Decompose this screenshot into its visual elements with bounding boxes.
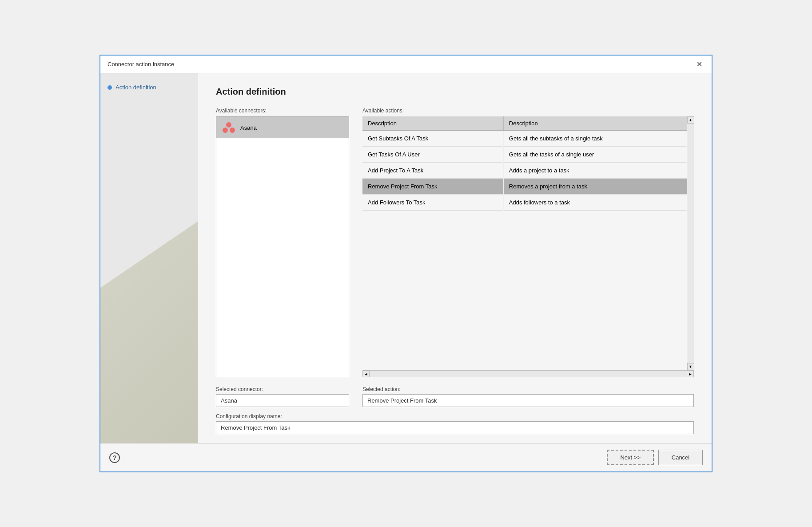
- connector-item-asana[interactable]: Asana: [216, 117, 349, 138]
- right-panel: Available actions: Description Descripti…: [362, 108, 694, 377]
- svg-point-1: [223, 128, 228, 133]
- cancel-button[interactable]: Cancel: [658, 450, 703, 465]
- action-desc: Adds a project to a task: [503, 163, 687, 179]
- action-desc: Gets all the tasks of a single user: [503, 147, 687, 163]
- action-desc: Adds followers to a task: [503, 195, 687, 211]
- dialog-footer: ? Next >> Cancel: [100, 443, 712, 471]
- selected-action-label: Selected action:: [362, 386, 694, 392]
- actions-table: Description Description Get Subtasks Of …: [362, 116, 687, 211]
- config-display-name-input[interactable]: [216, 421, 694, 434]
- next-button[interactable]: Next >>: [607, 450, 654, 465]
- scroll-up-arrow[interactable]: ▲: [687, 116, 694, 124]
- sidebar-item-label: Action definition: [115, 84, 156, 91]
- table-body: Get Subtasks Of A Task Gets all the subt…: [362, 131, 687, 211]
- dialog-window: Connector action instance ✕ Action defin…: [100, 55, 712, 472]
- table-row[interactable]: Add Followers To Task Adds followers to …: [362, 195, 687, 211]
- action-name: Remove Project From Task: [362, 179, 503, 195]
- selected-action-input[interactable]: [362, 394, 694, 407]
- svg-point-2: [230, 128, 235, 133]
- sidebar-item-action-definition[interactable]: Action definition: [107, 82, 191, 92]
- scroll-down-arrow[interactable]: ▼: [687, 363, 694, 370]
- scroll-left-arrow[interactable]: ◄: [362, 371, 370, 378]
- action-desc: Removes a project from a task: [503, 179, 687, 195]
- main-content: Action definition Available connectors:: [198, 73, 712, 443]
- action-name: Get Subtasks Of A Task: [362, 131, 503, 147]
- available-actions-label: Available actions:: [362, 108, 694, 114]
- horizontal-scrollbar[interactable]: ◄ ►: [362, 370, 694, 377]
- table-header: Description Description: [362, 116, 687, 131]
- page-title: Action definition: [216, 87, 694, 97]
- action-desc: Gets all the subtasks of a single task: [503, 131, 687, 147]
- selected-connector-input[interactable]: [216, 394, 349, 407]
- help-button[interactable]: ?: [109, 452, 120, 463]
- sidebar: Action definition: [100, 73, 198, 443]
- action-name: Get Tasks Of A User: [362, 147, 503, 163]
- left-panel: Available connectors: Asana: [216, 108, 349, 377]
- content-row: Available connectors: Asana: [216, 108, 694, 377]
- footer-buttons: Next >> Cancel: [607, 450, 703, 465]
- connector-name: Asana: [240, 124, 257, 131]
- h-scroll-track: [370, 371, 687, 377]
- close-button[interactable]: ✕: [694, 59, 705, 70]
- dialog-body: Action definition Action definition Avai…: [100, 73, 712, 443]
- action-name: Add Followers To Task: [362, 195, 503, 211]
- table-scroll-inner: Description Description Get Subtasks Of …: [362, 116, 687, 370]
- title-bar: Connector action instance ✕: [100, 56, 712, 73]
- connectors-list[interactable]: Asana: [216, 116, 349, 377]
- scroll-right-arrow[interactable]: ►: [687, 371, 694, 378]
- selected-connector-label: Selected connector:: [216, 386, 349, 392]
- asana-icon: [222, 120, 236, 135]
- vertical-scrollbar[interactable]: ▲ ▼: [687, 116, 694, 370]
- col-header-description2: Description: [503, 116, 687, 131]
- col-header-description1: Description: [362, 116, 503, 131]
- svg-point-0: [226, 122, 231, 128]
- table-row[interactable]: Get Subtasks Of A Task Gets all the subt…: [362, 131, 687, 147]
- config-display-name-label: Configuration display name:: [216, 413, 694, 419]
- sidebar-background: [100, 221, 198, 443]
- action-name: Add Project To A Task: [362, 163, 503, 179]
- dialog-title: Connector action instance: [107, 61, 174, 68]
- available-connectors-label: Available connectors:: [216, 108, 349, 114]
- selected-connector-group: Selected connector:: [216, 386, 349, 407]
- table-row-selected[interactable]: Remove Project From Task Removes a proje…: [362, 179, 687, 195]
- scroll-track: [687, 124, 694, 363]
- actions-table-container: Description Description Get Subtasks Of …: [362, 116, 694, 377]
- selected-action-group: Selected action:: [362, 386, 694, 407]
- table-main-area: Description Description Get Subtasks Of …: [362, 116, 694, 370]
- table-row[interactable]: Add Project To A Task Adds a project to …: [362, 163, 687, 179]
- config-display-name-group: Configuration display name:: [216, 413, 694, 434]
- table-row[interactable]: Get Tasks Of A User Gets all the tasks o…: [362, 147, 687, 163]
- bottom-fields: Selected connector: Selected action:: [216, 386, 694, 407]
- sidebar-dot: [107, 85, 112, 90]
